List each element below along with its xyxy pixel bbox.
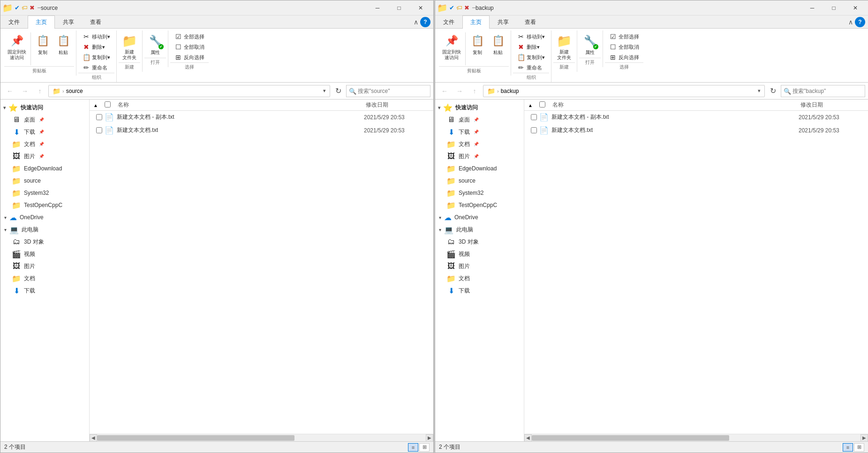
tab-view-backup[interactable]: 查看	[517, 15, 544, 29]
nav-pictures-b[interactable]: 🖼 图片 📌	[435, 150, 524, 162]
copy-button-b[interactable]: 📋 复制	[468, 31, 487, 58]
back-button[interactable]: ←	[3, 85, 16, 97]
delete-button-b[interactable]: ✖ 删除▾	[514, 42, 548, 52]
select-none-button[interactable]: ☐ 全部取消	[171, 42, 208, 52]
minimize-button[interactable]: ─	[367, 1, 388, 15]
h-scroll-left[interactable]: ◀	[90, 434, 97, 442]
copy-to-button[interactable]: 📋 复制到▾	[79, 52, 113, 62]
nav-pc-documents-b[interactable]: 📁 文档	[435, 272, 524, 284]
nav-quick-access[interactable]: ▾ ⭐ 快速访问	[0, 101, 89, 114]
tab-view-source[interactable]: 查看	[82, 15, 109, 29]
file-checkbox-b1[interactable]	[531, 114, 537, 120]
nav-quick-access-b[interactable]: ▾ ⭐ 快速访问	[435, 101, 524, 114]
nav-test[interactable]: 📁 TestOpenCppC	[0, 199, 89, 211]
path-dropdown-icon-b[interactable]: ▾	[758, 88, 761, 94]
file-row-b2[interactable]: 📄 新建文本文档.txt 2021/5/29 20:53	[524, 124, 868, 137]
address-path[interactable]: 📁 › source ▾	[48, 85, 330, 97]
copy-to-button-b[interactable]: 📋 复制到▾	[514, 52, 548, 62]
address-path-b[interactable]: 📁 › backup ▾	[483, 85, 765, 97]
nav-edge-downloads-b[interactable]: 📁 EdgeDownload	[435, 162, 524, 175]
select-all-checkbox-b[interactable]	[539, 101, 545, 107]
nav-onedrive[interactable]: ▾ ☁ OneDrive	[0, 211, 89, 223]
select-all-button-b[interactable]: ☑ 全部选择	[606, 31, 642, 42]
maximize-button[interactable]: □	[388, 1, 410, 15]
select-none-button-b[interactable]: ☐ 全部取消	[606, 42, 642, 52]
h-scroll-left-b[interactable]: ◀	[524, 434, 532, 442]
view-details-button[interactable]: ≡	[408, 443, 418, 452]
tab-share-backup[interactable]: 共享	[490, 15, 517, 29]
nav-videos-b[interactable]: 🎬 视频	[435, 248, 524, 260]
select-all-checkbox[interactable]	[105, 101, 111, 107]
pin-quick-access-button-b[interactable]: 📌 固定到快速访问	[440, 31, 463, 62]
file-row[interactable]: 📄 新建文本文档.txt 2021/5/29 20:53	[90, 124, 433, 137]
nav-edge-downloads[interactable]: 📁 EdgeDownload	[0, 162, 89, 175]
col-header-name[interactable]: 名称	[116, 101, 364, 109]
nav-documents-b[interactable]: 📁 文档 📌	[435, 138, 524, 150]
close-button[interactable]: ✕	[410, 1, 431, 15]
paste-button[interactable]: 📋 粘贴	[53, 31, 73, 58]
tab-file-source[interactable]: 文件	[0, 15, 28, 29]
view-details-button-b[interactable]: ≡	[843, 443, 853, 452]
nav-pc-pictures[interactable]: 🖼 图片	[0, 260, 89, 272]
nav-pictures[interactable]: 🖼 图片 📌	[0, 150, 89, 162]
search-input-b[interactable]	[781, 85, 865, 97]
up-button-b[interactable]: ↑	[468, 85, 481, 97]
nav-downloads[interactable]: ⬇ 下载 📌	[0, 126, 89, 138]
nav-test-b[interactable]: 📁 TestOpenCppC	[435, 199, 524, 211]
invert-select-button-b[interactable]: ⊞ 反向选择	[606, 52, 642, 62]
nav-3d-objects-b[interactable]: 🗂 3D 对象	[435, 236, 524, 248]
nav-onedrive-b[interactable]: ▾ ☁ OneDrive	[435, 211, 524, 223]
properties-button-b[interactable]: 🔧 ✔ 属性	[580, 31, 600, 58]
close-button-b[interactable]: ✕	[845, 1, 866, 15]
move-to-button[interactable]: ✂ 移动到▾	[79, 31, 113, 42]
help-button-b[interactable]: ?	[855, 17, 865, 27]
nav-pc-pictures-b[interactable]: 🖼 图片	[435, 260, 524, 272]
view-icons-button-b[interactable]: ⊞	[854, 443, 864, 452]
nav-videos[interactable]: 🎬 视频	[0, 248, 89, 260]
nav-downloads-b[interactable]: ⬇ 下载 📌	[435, 126, 524, 138]
nav-source[interactable]: 📁 source	[0, 175, 89, 187]
file-row-b1[interactable]: 📄 新建文本文档 - 副本.txt 2021/5/29 20:53	[524, 111, 868, 124]
col-header-date[interactable]: 修改日期	[364, 101, 430, 109]
rename-button-b[interactable]: ✏ 重命名	[514, 62, 548, 73]
paste-button-b[interactable]: 📋 粘贴	[488, 31, 508, 58]
tab-home-backup[interactable]: 主页	[462, 15, 490, 29]
nav-3d-objects[interactable]: 🗂 3D 对象	[0, 236, 89, 248]
pin-quick-access-button[interactable]: 📌 固定到快速访问	[5, 31, 29, 62]
forward-button[interactable]: →	[18, 85, 31, 97]
up-button[interactable]: ↑	[33, 85, 46, 97]
refresh-button-b[interactable]: ↻	[767, 85, 779, 97]
maximize-button-b[interactable]: □	[823, 1, 845, 15]
file-checkbox-1[interactable]	[96, 114, 102, 120]
nav-pc-downloads[interactable]: ⬇ 下载	[0, 284, 89, 297]
invert-select-button[interactable]: ⊞ 反向选择	[171, 52, 208, 62]
nav-desktop-b[interactable]: 🖥 桌面 📌	[435, 114, 524, 126]
move-to-button-b[interactable]: ✂ 移动到▾	[514, 31, 548, 42]
nav-pc-documents[interactable]: 📁 文档	[0, 272, 89, 284]
h-scroll-right-b[interactable]: ▶	[860, 434, 868, 442]
file-row[interactable]: 📄 新建文本文档 - 副本.txt 2021/5/29 20:53	[90, 111, 433, 124]
select-all-button[interactable]: ☑ 全部选择	[171, 31, 208, 42]
new-folder-button-b[interactable]: 📁 新建文件夹	[554, 31, 574, 62]
path-dropdown-icon[interactable]: ▾	[323, 88, 326, 94]
nav-system32[interactable]: 📁 System32	[0, 187, 89, 199]
nav-documents[interactable]: 📁 文档 📌	[0, 138, 89, 150]
copy-button[interactable]: 📋 复制	[33, 31, 53, 58]
h-scroll-right[interactable]: ▶	[426, 434, 433, 442]
nav-desktop[interactable]: 🖥 桌面 📌	[0, 114, 89, 126]
col-header-date-b[interactable]: 修改日期	[799, 101, 864, 109]
tab-share-source[interactable]: 共享	[55, 15, 82, 29]
delete-button[interactable]: ✖ 删除▾	[79, 42, 113, 52]
ribbon-collapse-icon-b[interactable]: ∧	[848, 18, 853, 26]
col-header-name-b[interactable]: 名称	[551, 101, 799, 109]
minimize-button-b[interactable]: ─	[801, 1, 823, 15]
back-button-b[interactable]: ←	[438, 85, 451, 97]
file-checkbox-b2[interactable]	[531, 127, 537, 133]
tab-home-source[interactable]: 主页	[28, 15, 55, 29]
properties-button[interactable]: 🔧 ✔ 属性	[145, 31, 165, 58]
tab-file-backup[interactable]: 文件	[435, 15, 462, 29]
nav-pc-downloads-b[interactable]: ⬇ 下载	[435, 284, 524, 297]
nav-this-pc-b[interactable]: ▾ 💻 此电脑	[435, 223, 524, 236]
help-button[interactable]: ?	[420, 17, 430, 27]
new-folder-button[interactable]: 📁 新建文件夹	[120, 31, 139, 62]
